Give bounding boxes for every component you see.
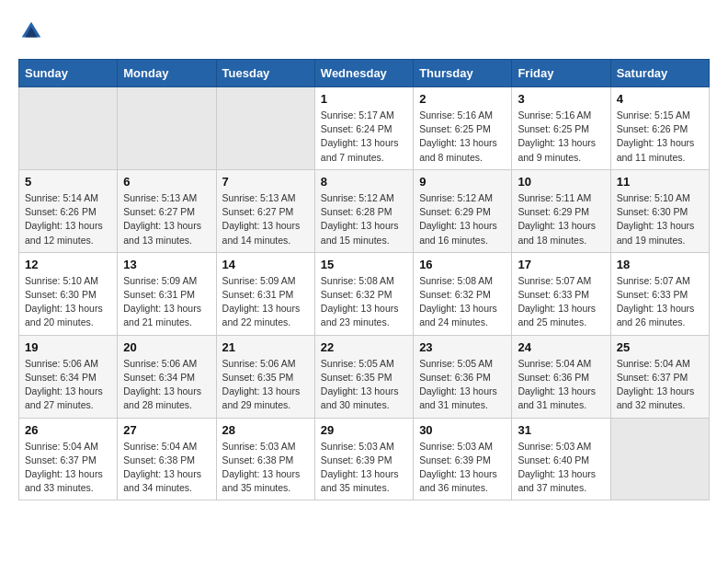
calendar-week-row: 1Sunrise: 5:17 AMSunset: 6:24 PMDaylight…: [19, 87, 710, 170]
calendar-cell: 28Sunrise: 5:03 AMSunset: 6:38 PMDayligh…: [216, 418, 314, 500]
calendar-cell: 11Sunrise: 5:10 AMSunset: 6:30 PMDayligh…: [610, 169, 709, 252]
logo-icon: [18, 18, 44, 44]
day-info: Sunrise: 5:10 AMSunset: 6:30 PMDaylight:…: [617, 191, 703, 247]
calendar-cell: 22Sunrise: 5:05 AMSunset: 6:35 PMDayligh…: [314, 335, 413, 418]
day-info: Sunrise: 5:13 AMSunset: 6:27 PMDaylight:…: [222, 191, 309, 247]
day-info: Sunrise: 5:16 AMSunset: 6:25 PMDaylight:…: [518, 109, 604, 165]
day-info: Sunrise: 5:09 AMSunset: 6:31 PMDaylight:…: [222, 274, 309, 330]
day-info: Sunrise: 5:03 AMSunset: 6:39 PMDaylight:…: [321, 440, 407, 496]
calendar-cell: 24Sunrise: 5:04 AMSunset: 6:36 PMDayligh…: [512, 335, 610, 418]
calendar-table: SundayMondayTuesdayWednesdayThursdayFrid…: [18, 59, 710, 500]
day-info: Sunrise: 5:03 AMSunset: 6:38 PMDaylight:…: [222, 440, 309, 496]
day-number: 22: [321, 340, 407, 354]
day-info: Sunrise: 5:07 AMSunset: 6:33 PMDaylight:…: [518, 274, 604, 330]
calendar-cell: 15Sunrise: 5:08 AMSunset: 6:32 PMDayligh…: [314, 252, 413, 335]
day-number: 21: [222, 340, 309, 354]
day-number: 23: [419, 340, 506, 354]
day-number: 18: [617, 258, 703, 271]
calendar-cell: [610, 418, 709, 500]
day-number: 14: [222, 258, 309, 271]
day-number: 6: [123, 175, 210, 189]
day-number: 31: [518, 423, 604, 437]
weekday-header: Sunday: [19, 60, 118, 87]
calendar-week-row: 5Sunrise: 5:14 AMSunset: 6:26 PMDaylight…: [19, 169, 710, 252]
day-info: Sunrise: 5:06 AMSunset: 6:35 PMDaylight:…: [222, 357, 309, 413]
calendar-cell: 30Sunrise: 5:03 AMSunset: 6:39 PMDayligh…: [414, 418, 512, 500]
day-number: 3: [518, 92, 604, 106]
day-number: 24: [518, 340, 604, 354]
day-info: Sunrise: 5:08 AMSunset: 6:32 PMDaylight:…: [419, 274, 506, 330]
day-info: Sunrise: 5:03 AMSunset: 6:39 PMDaylight:…: [419, 440, 506, 496]
day-info: Sunrise: 5:12 AMSunset: 6:29 PMDaylight:…: [419, 191, 506, 247]
day-info: Sunrise: 5:08 AMSunset: 6:32 PMDaylight:…: [321, 274, 407, 330]
day-number: 1: [321, 92, 407, 106]
day-number: 5: [25, 175, 111, 189]
weekday-header: Thursday: [414, 60, 512, 87]
day-info: Sunrise: 5:03 AMSunset: 6:40 PMDaylight:…: [518, 440, 604, 496]
day-number: 30: [419, 423, 506, 437]
calendar-cell: 10Sunrise: 5:11 AMSunset: 6:29 PMDayligh…: [512, 169, 610, 252]
calendar-cell: 1Sunrise: 5:17 AMSunset: 6:24 PMDaylight…: [314, 87, 413, 170]
day-number: 29: [321, 423, 407, 437]
calendar-cell: 19Sunrise: 5:06 AMSunset: 6:34 PMDayligh…: [19, 335, 118, 418]
day-number: 12: [25, 258, 111, 271]
weekday-header: Saturday: [610, 60, 709, 87]
calendar-week-row: 26Sunrise: 5:04 AMSunset: 6:37 PMDayligh…: [19, 418, 710, 500]
calendar-cell: 12Sunrise: 5:10 AMSunset: 6:30 PMDayligh…: [19, 252, 118, 335]
calendar-cell: 2Sunrise: 5:16 AMSunset: 6:25 PMDaylight…: [414, 87, 512, 170]
calendar-cell: 13Sunrise: 5:09 AMSunset: 6:31 PMDayligh…: [118, 252, 216, 335]
calendar-cell: 20Sunrise: 5:06 AMSunset: 6:34 PMDayligh…: [118, 335, 216, 418]
day-info: Sunrise: 5:05 AMSunset: 6:35 PMDaylight:…: [321, 357, 407, 413]
day-number: 20: [123, 340, 210, 354]
day-info: Sunrise: 5:12 AMSunset: 6:28 PMDaylight:…: [321, 191, 407, 247]
day-info: Sunrise: 5:11 AMSunset: 6:29 PMDaylight:…: [518, 191, 604, 247]
page-header: [18, 18, 710, 44]
weekday-header: Monday: [118, 60, 216, 87]
calendar-cell: 29Sunrise: 5:03 AMSunset: 6:39 PMDayligh…: [314, 418, 413, 500]
day-info: Sunrise: 5:09 AMSunset: 6:31 PMDaylight:…: [123, 274, 210, 330]
day-info: Sunrise: 5:04 AMSunset: 6:36 PMDaylight:…: [518, 357, 604, 413]
calendar-cell: 26Sunrise: 5:04 AMSunset: 6:37 PMDayligh…: [19, 418, 118, 500]
calendar-cell: 16Sunrise: 5:08 AMSunset: 6:32 PMDayligh…: [414, 252, 512, 335]
calendar-week-row: 19Sunrise: 5:06 AMSunset: 6:34 PMDayligh…: [19, 335, 710, 418]
day-number: 4: [617, 92, 703, 106]
calendar-cell: 25Sunrise: 5:04 AMSunset: 6:37 PMDayligh…: [610, 335, 709, 418]
day-info: Sunrise: 5:16 AMSunset: 6:25 PMDaylight:…: [419, 109, 506, 165]
day-number: 16: [419, 258, 506, 271]
calendar-cell: 6Sunrise: 5:13 AMSunset: 6:27 PMDaylight…: [118, 169, 216, 252]
day-number: 11: [617, 175, 703, 189]
day-info: Sunrise: 5:05 AMSunset: 6:36 PMDaylight:…: [419, 357, 506, 413]
weekday-header: Friday: [512, 60, 610, 87]
day-number: 17: [518, 258, 604, 271]
day-number: 26: [25, 423, 111, 437]
day-number: 10: [518, 175, 604, 189]
day-info: Sunrise: 5:10 AMSunset: 6:30 PMDaylight:…: [25, 274, 111, 330]
day-number: 9: [419, 175, 506, 189]
logo: [18, 18, 48, 44]
day-number: 8: [321, 175, 407, 189]
calendar-cell: 27Sunrise: 5:04 AMSunset: 6:38 PMDayligh…: [118, 418, 216, 500]
calendar-cell: 21Sunrise: 5:06 AMSunset: 6:35 PMDayligh…: [216, 335, 314, 418]
calendar-cell: 17Sunrise: 5:07 AMSunset: 6:33 PMDayligh…: [512, 252, 610, 335]
day-number: 19: [25, 340, 111, 354]
day-number: 27: [123, 423, 210, 437]
calendar-cell: 8Sunrise: 5:12 AMSunset: 6:28 PMDaylight…: [314, 169, 413, 252]
day-info: Sunrise: 5:04 AMSunset: 6:37 PMDaylight:…: [617, 357, 703, 413]
day-number: 25: [617, 340, 703, 354]
calendar-cell: 23Sunrise: 5:05 AMSunset: 6:36 PMDayligh…: [414, 335, 512, 418]
weekday-row: SundayMondayTuesdayWednesdayThursdayFrid…: [19, 60, 710, 87]
calendar-cell: 4Sunrise: 5:15 AMSunset: 6:26 PMDaylight…: [610, 87, 709, 170]
weekday-header: Wednesday: [314, 60, 413, 87]
day-info: Sunrise: 5:06 AMSunset: 6:34 PMDaylight:…: [123, 357, 210, 413]
day-info: Sunrise: 5:06 AMSunset: 6:34 PMDaylight:…: [25, 357, 111, 413]
calendar-cell: 7Sunrise: 5:13 AMSunset: 6:27 PMDaylight…: [216, 169, 314, 252]
calendar-cell: [216, 87, 314, 170]
day-info: Sunrise: 5:17 AMSunset: 6:24 PMDaylight:…: [321, 109, 407, 165]
day-number: 13: [123, 258, 210, 271]
day-info: Sunrise: 5:04 AMSunset: 6:38 PMDaylight:…: [123, 440, 210, 496]
calendar-week-row: 12Sunrise: 5:10 AMSunset: 6:30 PMDayligh…: [19, 252, 710, 335]
calendar-cell: 18Sunrise: 5:07 AMSunset: 6:33 PMDayligh…: [610, 252, 709, 335]
day-info: Sunrise: 5:13 AMSunset: 6:27 PMDaylight:…: [123, 191, 210, 247]
day-info: Sunrise: 5:15 AMSunset: 6:26 PMDaylight:…: [617, 109, 703, 165]
day-number: 15: [321, 258, 407, 271]
